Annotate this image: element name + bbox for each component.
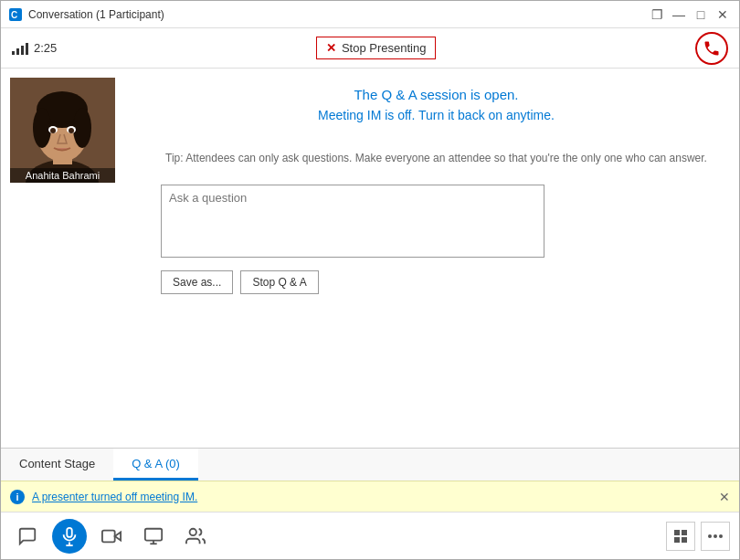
svg-rect-14 [67,527,72,536]
svg-point-8 [33,108,51,148]
video-icon [101,526,122,546]
svg-point-13 [69,128,74,133]
grid-icon [673,529,688,544]
bottom-toolbar [1,512,739,559]
action-buttons: Save as... Stop Q & A [161,270,712,294]
signal-time: 2:25 [12,41,57,55]
svg-point-29 [719,534,723,538]
svg-rect-26 [682,537,687,543]
tab-content-stage[interactable]: Content Stage [1,449,113,481]
phone-icon [703,39,721,58]
svg-rect-18 [102,530,115,542]
svg-rect-25 [674,537,680,543]
svg-point-22 [190,528,196,534]
bar-3 [21,46,24,55]
app-icon: C [8,7,23,22]
more-options-button[interactable] [701,522,730,551]
svg-point-27 [708,534,712,538]
microphone-button[interactable] [52,519,87,554]
avatar-svg [10,78,115,183]
chat-icon [17,526,37,546]
grid-view-button[interactable] [666,522,695,551]
call-duration: 2:25 [34,41,57,55]
ask-question-input[interactable] [161,185,544,258]
svg-rect-19 [145,528,162,540]
bar-2 [16,48,19,55]
tip-text: Tip: Attendees can only ask questions. M… [161,150,712,166]
bar-1 [12,51,15,55]
avatar-container: Anahita Bahrami [10,78,115,183]
main-window: C Conversation (1 Participant) ❐ — □ ✕ 2… [0,0,740,560]
close-button[interactable]: ✕ [714,5,732,24]
tab-qa[interactable]: Q & A (0) [113,449,198,481]
microphone-icon [59,526,79,546]
screen-share-icon [143,526,164,546]
svg-point-28 [714,534,717,538]
screen-share-button[interactable] [136,519,171,554]
svg-point-12 [50,128,56,133]
tabs-bar: Content Stage Q & A (0) [1,448,739,481]
top-bar: 2:25 ✕ Stop Presenting [1,28,739,69]
session-open-text: The Q & A session is open. [161,87,712,102]
people-icon [185,526,206,546]
stop-presenting-label: Stop Presenting [342,41,427,55]
stop-qa-button[interactable]: Stop Q & A [240,270,318,294]
toolbar-left [10,519,666,554]
people-button[interactable] [178,519,213,554]
main-content: Anahita Bahrami The Q & A session is ope… [1,69,739,448]
window-title: Conversation (1 Participant) [28,8,164,21]
svg-text:C: C [11,10,17,20]
avatar-image [10,78,115,183]
save-as-button[interactable]: Save as... [161,270,233,294]
left-panel: Anahita Bahrami [1,69,133,448]
restore-button[interactable]: ❐ [648,5,666,24]
notification-text[interactable]: A presenter turned off meeting IM. [32,491,197,503]
im-off-text: Meeting IM is off. Turn it back on anyti… [161,108,712,122]
x-icon: ✕ [326,41,336,55]
info-icon: i [10,490,25,504]
stop-presenting-button[interactable]: ✕ Stop Presenting [316,37,437,59]
toolbar-right [666,522,730,551]
title-bar-left: C Conversation (1 Participant) [8,7,164,22]
window-controls: ❐ — □ ✕ [648,5,732,24]
notification-bar: i A presenter turned off meeting IM. ✕ [1,481,739,512]
signal-icon [12,42,28,55]
svg-point-9 [73,108,91,148]
notification-close-button[interactable]: ✕ [719,490,730,504]
chat-button[interactable] [10,519,45,554]
maximize-button[interactable]: □ [692,5,710,24]
more-icon [708,534,723,539]
svg-rect-23 [674,530,680,535]
svg-rect-24 [682,530,687,535]
bar-4 [26,43,28,55]
session-status: The Q & A session is open. Meeting IM is… [161,87,712,141]
svg-marker-17 [115,532,121,540]
end-call-button[interactable] [695,32,728,65]
avatar-name: Anahita Bahrami [10,168,115,183]
video-button[interactable] [94,519,129,554]
right-panel: The Q & A session is open. Meeting IM is… [133,69,739,448]
minimize-button[interactable]: — [670,5,688,24]
title-bar: C Conversation (1 Participant) ❐ — □ ✕ [1,1,739,28]
